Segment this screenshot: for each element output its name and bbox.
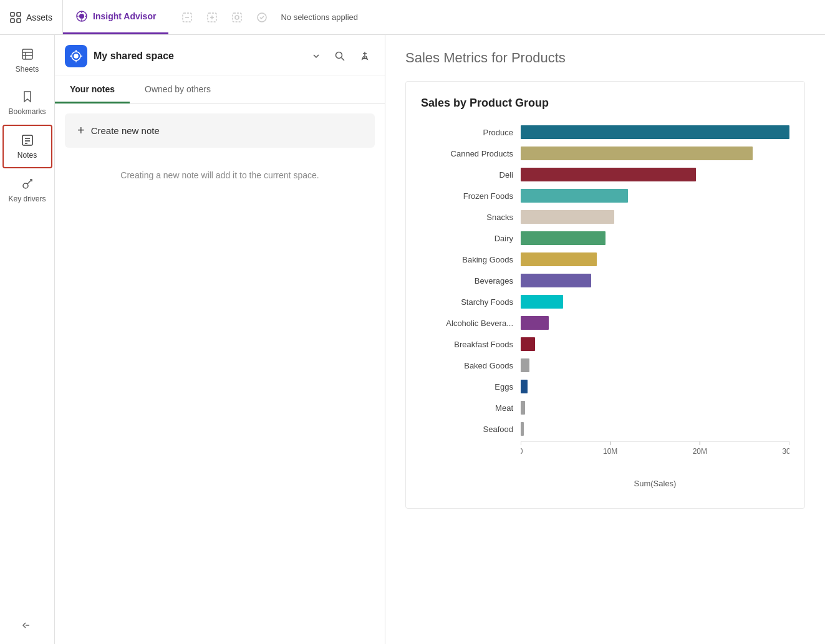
- bar-track: [521, 252, 789, 266]
- sheets-icon: [21, 47, 34, 61]
- create-note-button[interactable]: + Create new note: [65, 113, 375, 148]
- bar-row: Frozen Foods: [421, 186, 789, 206]
- key-drivers-label: Key drivers: [8, 195, 46, 203]
- bar-label: Canned Products: [421, 149, 521, 158]
- insight-advisor-tab[interactable]: Insight Advisor: [63, 0, 168, 34]
- search-button[interactable]: [330, 46, 350, 66]
- assets-label: Assets: [26, 12, 52, 22]
- pin-icon: [359, 50, 370, 62]
- space-name: My shared space: [94, 50, 302, 62]
- bar-track: [521, 189, 789, 203]
- bar-track: [521, 422, 789, 436]
- bar-fill[interactable]: [521, 189, 628, 203]
- bar-track: [521, 210, 789, 224]
- bar-track: [521, 380, 789, 393]
- tab-owned-by-others[interactable]: Owned by others: [130, 75, 226, 103]
- bar-label: Baked Goods: [421, 361, 521, 370]
- sidebar-item-notes[interactable]: Notes: [2, 125, 52, 168]
- svg-point-15: [74, 54, 78, 58]
- bar-fill[interactable]: [521, 295, 563, 309]
- plus-icon: +: [77, 123, 85, 138]
- notes-panel: My shared space: [55, 35, 385, 644]
- selection-icon-1[interactable]: [176, 6, 198, 29]
- grid-icon: [10, 12, 21, 23]
- key-drivers-icon: [21, 177, 34, 191]
- svg-text:0: 0: [521, 447, 523, 456]
- bar-fill[interactable]: [521, 337, 535, 351]
- bar-track: [521, 358, 789, 372]
- svg-rect-11: [22, 49, 32, 59]
- sidebar-item-bookmarks[interactable]: Bookmarks: [2, 82, 52, 123]
- bar-row: Seafood: [421, 419, 789, 439]
- bar-track: [521, 401, 789, 415]
- bar-row: Baked Goods: [421, 355, 789, 375]
- collapse-sidebar-button[interactable]: [2, 612, 52, 639]
- notes-label: Notes: [17, 151, 37, 160]
- bar-label: Produce: [421, 128, 521, 137]
- sidebar-item-key-drivers[interactable]: Key drivers: [2, 170, 52, 211]
- bar-row: Deli: [421, 165, 789, 185]
- assets-button[interactable]: Assets: [0, 0, 63, 34]
- bar-chart: ProduceCanned ProductsDeliFrozen FoodsSn…: [421, 122, 789, 439]
- sidebar: Sheets Bookmarks Notes Key drivers: [0, 35, 55, 644]
- notes-icon: [21, 133, 34, 147]
- svg-rect-2: [11, 19, 14, 22]
- insight-icon: [75, 10, 88, 22]
- svg-rect-1: [17, 12, 21, 16]
- collapse-icon: [21, 619, 34, 632]
- bar-row: Snacks: [421, 207, 789, 227]
- bar-fill[interactable]: [521, 231, 605, 245]
- bar-fill[interactable]: [521, 358, 529, 372]
- bar-label: Dairy: [421, 234, 521, 243]
- bar-fill[interactable]: [521, 147, 753, 160]
- bar-label: Eggs: [421, 382, 521, 392]
- notes-content: + Create new note Creating a new note wi…: [55, 103, 385, 644]
- bar-row: Canned Products: [421, 143, 789, 163]
- bar-fill[interactable]: [521, 252, 597, 266]
- bookmarks-label: Bookmarks: [8, 107, 46, 116]
- bar-row: Beverages: [421, 271, 789, 291]
- notes-hint: Creating a new note will add it to the c…: [65, 160, 375, 190]
- bar-row: Produce: [421, 122, 789, 142]
- search-icon: [334, 50, 345, 62]
- bar-fill[interactable]: [521, 422, 524, 436]
- bar-label: Frozen Foods: [421, 191, 521, 201]
- bar-row: Starchy Foods: [421, 292, 789, 312]
- tabs: Your notes Owned by others: [55, 75, 385, 103]
- bar-track: [521, 274, 789, 287]
- bar-track: [521, 147, 789, 160]
- space-dropdown-button[interactable]: [309, 49, 324, 64]
- sidebar-item-sheets[interactable]: Sheets: [2, 40, 52, 81]
- bar-track: [521, 316, 789, 330]
- bar-fill[interactable]: [521, 401, 525, 415]
- bar-fill[interactable]: [521, 274, 591, 287]
- bar-fill[interactable]: [521, 380, 528, 393]
- panel-header-actions: [330, 46, 375, 66]
- topbar: Assets Insight Advisor: [0, 0, 825, 35]
- bar-row: Alcoholic Bevera...: [421, 313, 789, 333]
- create-note-label: Create new note: [91, 125, 160, 136]
- bar-fill[interactable]: [521, 316, 549, 330]
- bar-row: Eggs: [421, 377, 789, 396]
- selection-icon-3[interactable]: [226, 6, 248, 29]
- svg-rect-0: [11, 12, 14, 16]
- bar-track: [521, 168, 789, 181]
- pin-button[interactable]: [355, 46, 375, 66]
- bar-fill[interactable]: [521, 210, 614, 224]
- bar-track: [521, 295, 789, 309]
- bar-row: Breakfast Foods: [421, 334, 789, 354]
- bar-track: [521, 337, 789, 351]
- bar-track: [521, 125, 789, 139]
- bar-fill[interactable]: [521, 168, 696, 181]
- bar-fill[interactable]: [521, 125, 789, 139]
- selection-icon-2[interactable]: [201, 6, 223, 29]
- bar-label: Beverages: [421, 276, 521, 286]
- selection-icon-4[interactable]: [251, 6, 273, 29]
- sheets-label: Sheets: [16, 65, 39, 74]
- bar-label: Snacks: [421, 213, 521, 222]
- tab-your-notes[interactable]: Your notes: [55, 75, 130, 103]
- bar-label: Baking Goods: [421, 255, 521, 264]
- bar-row: Dairy: [421, 228, 789, 248]
- bookmarks-icon: [21, 90, 34, 103]
- bar-label: Starchy Foods: [421, 297, 521, 307]
